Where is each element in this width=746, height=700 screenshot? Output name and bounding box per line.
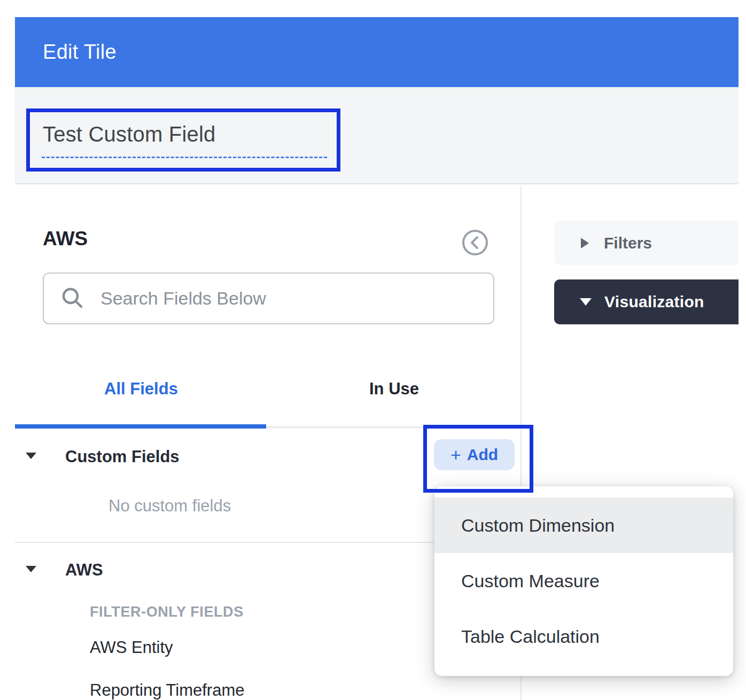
add-button-label: Add [467,446,498,464]
dialog-header: Edit Tile [15,17,739,87]
dialog-title: Edit Tile [43,41,116,64]
visualization-expander[interactable]: Visualization [554,279,739,324]
search-input[interactable] [100,288,475,309]
filter-only-fields-heading: FILTER-ONLY FIELDS [90,604,244,620]
filters-expander[interactable]: Filters [554,221,739,265]
no-custom-fields-text: No custom fields [108,496,231,516]
custom-fields-caret-icon[interactable] [26,453,36,459]
title-band: Test Custom Field [15,87,739,184]
field-item-reporting-timeframe[interactable]: Reporting Timeframe [90,681,244,700]
visualization-label: Visualization [604,293,704,311]
menu-item-custom-dimension[interactable]: Custom Dimension [434,497,733,553]
tab-in-use[interactable]: In Use [267,377,521,401]
plus-icon: + [450,446,461,464]
menu-item-custom-measure[interactable]: Custom Measure [434,553,733,609]
collapse-panel-button[interactable] [461,229,489,256]
title-input-underline [42,157,327,158]
tile-title-input[interactable]: Test Custom Field [43,122,216,146]
triangle-right-icon [581,238,589,248]
filters-label: Filters [604,234,652,252]
add-field-menu: Custom Dimension Custom Measure Table Ca… [434,486,733,676]
section-aws[interactable]: AWS [65,561,103,580]
triangle-down-icon [580,298,592,306]
explore-name-heading: AWS [43,228,88,250]
tab-all-fields[interactable]: All Fields [15,377,267,401]
field-item-aws-entity[interactable]: AWS Entity [90,638,173,657]
aws-section-caret-icon[interactable] [26,566,36,572]
chevron-left-circle-icon [461,250,489,258]
menu-item-table-calculation[interactable]: Table Calculation [434,609,733,664]
edit-tile-dialog: Edit Tile Test Custom Field AWS All Fiel… [0,0,746,700]
section-custom-fields[interactable]: Custom Fields [65,447,180,466]
active-tab-indicator [15,424,266,429]
search-icon [60,285,84,312]
add-custom-field-button[interactable]: + Add [434,439,515,470]
field-search-box[interactable] [43,273,494,324]
